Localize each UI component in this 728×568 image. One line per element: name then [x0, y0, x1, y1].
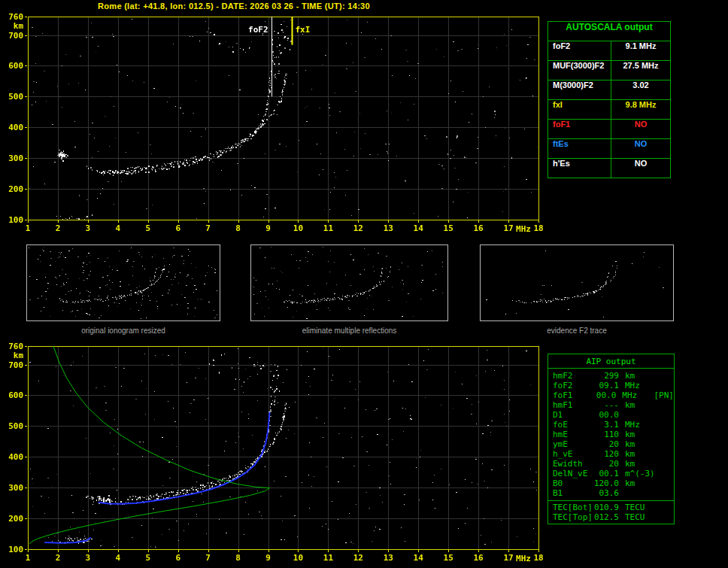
autoscala-output-panel: AUTOSCALA output foF2 9.1 MHz MUF(3000)F…: [548, 21, 671, 178]
parameter-note: [658, 469, 674, 478]
parameter-label: ftEs: [548, 139, 611, 158]
tec-value: 010.9: [592, 503, 619, 512]
parameter-unit: MHz: [616, 390, 654, 400]
parameter-label: M(3000)F2: [548, 80, 611, 99]
parameter-name: foE: [548, 420, 592, 430]
parameter-note: [658, 478, 674, 488]
parameter-label: foF2: [548, 41, 611, 60]
tec-row: TEC[Top] 012.5 TECU: [548, 512, 674, 522]
parameter-value: 9.1 MHz: [611, 41, 670, 60]
autoscala-row: ftEs NO: [548, 139, 670, 159]
parameter-note: [658, 439, 674, 449]
parameter-note: [658, 371, 674, 381]
autoscala-row: fxI 9.8 MHz: [548, 100, 670, 120]
parameter-unit: km: [619, 478, 658, 488]
parameter-value: 20: [592, 439, 619, 449]
parameter-note: [658, 449, 674, 459]
autoscala-panel-title: AUTOSCALA output: [548, 22, 670, 41]
parameter-note: [658, 488, 674, 498]
parameter-value: 9.8 MHz: [611, 100, 670, 119]
aip-row: hmE 110 km: [548, 430, 674, 439]
parameter-name: foF1: [548, 390, 590, 400]
aip-row: Ewidth 20 km: [548, 459, 674, 469]
parameter-value: 20: [592, 459, 619, 469]
parameter-value: 27.5 MHz: [611, 61, 670, 80]
parameter-unit: km: [619, 459, 658, 469]
parameter-name: ymE: [548, 439, 592, 449]
parameter-value: 3.02: [611, 80, 670, 99]
aip-row: B1 03.6: [548, 488, 674, 498]
parameter-name: foF2: [548, 381, 592, 390]
aip-row: DelN_vE 00.1 m^(-3): [548, 469, 674, 478]
parameter-value: 299: [592, 371, 619, 381]
autoscala-row: foF2 9.1 MHz: [548, 41, 670, 61]
top-ionogram-plot: [0, 11, 544, 236]
aip-row: hmF2 299 km: [548, 371, 674, 381]
aip-output-panel: AIP output hmF2 299 km foF2 09.1 MHz foF…: [548, 354, 675, 524]
parameter-note: [658, 410, 674, 420]
parameter-value: 00.1: [592, 469, 619, 478]
parameter-value: 03.6: [592, 488, 619, 498]
tec-unit: TECU: [619, 503, 658, 512]
parameter-value: NO: [611, 159, 670, 178]
thumbnail-original-ionogram: [26, 245, 220, 321]
parameter-unit: km: [619, 439, 658, 449]
autoscala-row: M(3000)F2 3.02: [548, 80, 670, 100]
parameter-value: 00.0: [592, 410, 619, 420]
parameter-note: [658, 459, 674, 469]
autoscala-rows: foF2 9.1 MHz MUF(3000)F2 27.5 MHz M(3000…: [548, 41, 670, 178]
parameter-unit: MHz: [619, 381, 658, 390]
aip-row: foF2 09.1 MHz: [548, 381, 674, 390]
autoscala-screen: Rome (lat: +41.8, lon: 012.5) - DATE: 20…: [0, 0, 728, 568]
tec-value: 012.5: [592, 512, 619, 522]
tec-note: [658, 512, 674, 522]
parameter-value: NO: [611, 120, 670, 138]
thumbnail-f2-trace-evidence: [480, 245, 674, 321]
parameter-unit: m^(-3): [619, 469, 658, 478]
tec-name: TEC[Top]: [548, 512, 592, 522]
autoscala-row: foF1 NO: [548, 120, 670, 139]
aip-row: h_vE 120 km: [548, 449, 674, 459]
parameter-value: 3.1: [592, 420, 619, 430]
autoscala-row: h'Es NO: [548, 159, 670, 178]
parameter-value: 09.1: [592, 381, 619, 390]
parameter-name: hmF1: [548, 400, 592, 410]
parameter-unit: km: [619, 400, 658, 410]
parameter-value: 110: [592, 430, 619, 439]
parameter-name: DelN_vE: [548, 469, 592, 478]
page-title: Rome (lat: +41.8, lon: 012.5) - DATE: 20…: [0, 2, 468, 11]
parameter-value: ---: [592, 400, 619, 410]
parameter-note: [658, 381, 674, 390]
parameter-label: MUF(3000)F2: [548, 61, 611, 80]
bottom-ionogram-plot: [0, 340, 544, 566]
parameter-name: B0: [548, 478, 592, 488]
thumbnail-caption-original: original ionogram resized: [26, 327, 220, 335]
aip-row: hmF1 --- km: [548, 400, 674, 410]
aip-row: foF1 00.0 MHz [PN]: [548, 390, 674, 400]
parameter-unit: km: [619, 430, 658, 439]
parameter-value: NO: [611, 139, 670, 158]
aip-row: D1 00.0: [548, 410, 674, 420]
parameter-name: B1: [548, 488, 592, 498]
parameter-name: hmE: [548, 430, 592, 439]
parameter-label: fxI: [548, 100, 611, 119]
aip-tec-rows: TEC[Bot] 010.9 TECU TEC[Top] 012.5 TECU: [548, 500, 674, 524]
tec-unit: TECU: [619, 512, 658, 522]
parameter-unit: km: [619, 449, 658, 459]
parameter-unit: [619, 488, 658, 498]
thumbnail-multiple-reflections-removed: [250, 245, 448, 321]
parameter-label: foF1: [548, 120, 611, 138]
parameter-name: h_vE: [548, 449, 592, 459]
parameter-value: 00.0: [590, 390, 617, 400]
autoscala-row: MUF(3000)F2 27.5 MHz: [548, 61, 670, 80]
thumbnail-caption-reflections: eliminate multiple reflections: [250, 327, 448, 335]
aip-row: B0 120.0 km: [548, 478, 674, 488]
thumbnail-caption-f2-trace: evidence F2 trace: [480, 327, 674, 335]
parameter-unit: [619, 410, 658, 420]
tec-row: TEC[Bot] 010.9 TECU: [548, 503, 674, 512]
aip-row: foE 3.1 MHz: [548, 420, 674, 430]
parameter-value: 120: [592, 449, 619, 459]
parameter-unit: MHz: [619, 420, 658, 430]
parameter-note: [658, 430, 674, 439]
parameter-unit: km: [619, 371, 658, 381]
